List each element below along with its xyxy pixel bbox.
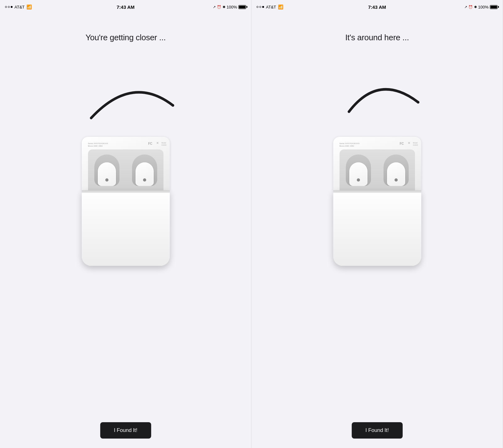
case-lid-text-right: Serial: AXXY52X2KXXXMxxxx EMC 2982 bbox=[340, 143, 360, 148]
signal-dots bbox=[5, 6, 13, 8]
case-hinge-right bbox=[333, 190, 421, 193]
carrier-name-left: AT&T bbox=[14, 5, 25, 9]
found-it-button-right[interactable]: I Found It! bbox=[351, 422, 402, 439]
status-left-right: AT&T 📶 bbox=[257, 4, 283, 9]
battery-right bbox=[490, 5, 498, 9]
battery-percent-left: 100% bbox=[227, 5, 237, 9]
arc-container-right bbox=[324, 68, 431, 124]
found-it-button-left[interactable]: I Found It! bbox=[100, 422, 151, 439]
main-content-right: It's around here ... Serial: AXXY52X2KXX… bbox=[252, 14, 503, 448]
wifi-icon-right: 📶 bbox=[278, 4, 283, 9]
arc-container-left bbox=[72, 68, 179, 124]
alarm-icon-right: ⏰ bbox=[468, 5, 473, 9]
battery-fill-right bbox=[490, 6, 497, 8]
time-left: 7:43 AM bbox=[117, 4, 135, 10]
right-airpod-slot-right bbox=[384, 154, 409, 186]
arc-svg-left bbox=[72, 68, 179, 124]
battery-percent-right: 100% bbox=[478, 5, 489, 9]
left-airpod-slot-left bbox=[94, 154, 119, 186]
right-phone-screen: AT&T 📶 7:43 AM ↗ ⏰ ✱ 100% It's around he… bbox=[252, 0, 503, 448]
status-bar-left: AT&T 📶 7:43 AM ↗ ⏰ ✱ 100% bbox=[0, 0, 251, 14]
case-bottom-right bbox=[333, 190, 421, 266]
case-bottom-left bbox=[82, 190, 170, 266]
location-icon-right: ↗ bbox=[464, 5, 467, 9]
airpods-case-left: Serial: AXXY52X2KXXXMxxxx EMC 2982 FC ✕ … bbox=[79, 137, 173, 269]
battery-body-right bbox=[490, 5, 498, 9]
left-airpod-slot-right bbox=[346, 154, 371, 186]
right-airpod-slot-left bbox=[132, 154, 157, 186]
left-phone-screen: AT&T 📶 7:43 AM ↗ ⏰ ✱ 100% You're getting… bbox=[0, 0, 252, 448]
signal-dot-2 bbox=[8, 6, 10, 8]
signal-dots-right bbox=[257, 6, 264, 8]
left-airpod-left bbox=[98, 162, 116, 186]
carrier-name-right: AT&T bbox=[266, 5, 276, 9]
bluetooth-icon-right: ✱ bbox=[474, 5, 477, 9]
x-mark-left: ✕ bbox=[156, 141, 159, 145]
location-icon-left: ↗ bbox=[213, 5, 216, 9]
battery-body-left bbox=[238, 5, 246, 9]
signal-dot-r1 bbox=[257, 6, 258, 8]
wifi-icon-left: 📶 bbox=[26, 4, 32, 9]
svg-point-1 bbox=[417, 101, 419, 104]
battery-left bbox=[238, 5, 246, 9]
signal-dot-r2 bbox=[259, 6, 261, 8]
status-left-left: AT&T 📶 bbox=[5, 4, 32, 9]
main-content-left: You're getting closer ... Serial: AXXY52… bbox=[0, 14, 251, 448]
status-right-left: ↗ ⏰ ✱ 100% bbox=[213, 5, 246, 9]
bluetooth-icon-left: ✱ bbox=[223, 5, 225, 9]
case-lid-left: Serial: AXXY52X2KXXXMxxxx EMC 2982 FC ✕ … bbox=[82, 137, 170, 190]
right-airpod-right bbox=[387, 162, 405, 186]
status-bar-right: AT&T 📶 7:43 AM ↗ ⏰ ✱ 100% bbox=[252, 0, 503, 14]
case-lid-right: Serial: AXXY52X2KXXXMxxxx EMC 2982 FC ✕ … bbox=[333, 137, 421, 190]
model-text-left: ModelA1602 bbox=[162, 142, 167, 146]
airpod-dot-left-r bbox=[357, 178, 360, 182]
arc-svg-right bbox=[324, 68, 431, 124]
model-text-right: ModelA1602 bbox=[413, 142, 418, 146]
case-lid-inner-left bbox=[88, 149, 163, 190]
right-airpod-left bbox=[135, 162, 154, 186]
svg-point-0 bbox=[172, 104, 174, 107]
case-lid-inner-right bbox=[340, 149, 415, 190]
proximity-message-left: You're getting closer ... bbox=[86, 33, 166, 42]
airpods-case-right: Serial: AXXY52X2KXXXMxxxx EMC 2982 FC ✕ … bbox=[330, 137, 424, 269]
signal-dot-r3 bbox=[262, 6, 264, 8]
case-lid-text-left: Serial: AXXY52X2KXXXMxxxx EMC 2982 bbox=[88, 143, 108, 148]
status-right-right: ↗ ⏰ ✱ 100% bbox=[464, 5, 498, 9]
left-airpod-right bbox=[349, 162, 368, 186]
time-right: 7:43 AM bbox=[368, 4, 386, 10]
case-hinge-left bbox=[82, 190, 170, 193]
proximity-message-right: It's around here ... bbox=[345, 33, 409, 42]
airpod-dot-right-r bbox=[395, 178, 398, 182]
battery-fill-left bbox=[239, 6, 246, 8]
signal-dot-3 bbox=[11, 6, 13, 8]
alarm-icon-left: ⏰ bbox=[217, 5, 221, 9]
airpod-dot-right-l bbox=[143, 178, 146, 182]
x-mark-right: ✕ bbox=[408, 141, 410, 145]
airpod-dot-left-l bbox=[105, 178, 108, 182]
fc-logo-right: FC bbox=[400, 142, 404, 145]
signal-dot-1 bbox=[5, 6, 7, 8]
fc-logo-left: FC bbox=[148, 142, 152, 145]
